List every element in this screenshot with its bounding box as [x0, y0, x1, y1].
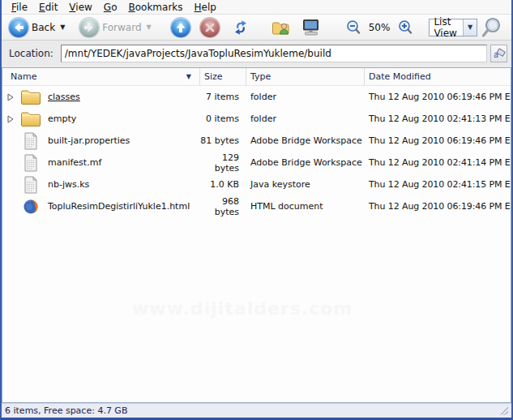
file-icon	[19, 199, 43, 215]
date-cell: Thu 12 Aug 2010 06:19:46 PM EEST	[365, 201, 511, 212]
column-name-label: Name	[11, 71, 36, 82]
zoom-out-button[interactable]	[343, 16, 364, 39]
file-list-view: Name ▼ Size Type Date Modified	[2, 67, 511, 403]
table-row[interactable]: classes 7 items folder Thu 12 Aug 2010 0…	[2, 86, 511, 108]
search-button[interactable]	[477, 16, 505, 39]
folder-icon	[20, 110, 41, 127]
table-row[interactable]: empty 0 items folder Thu 12 Aug 2010 02:…	[2, 108, 511, 130]
column-header-name[interactable]: Name ▼	[2, 68, 200, 85]
size-cell: 0 items	[200, 114, 246, 124]
column-header-size[interactable]: Size	[200, 68, 246, 85]
size-cell: 81 bytes	[200, 135, 246, 146]
reload-icon	[231, 18, 250, 37]
forward-dropdown-icon: ▼	[147, 24, 152, 31]
expander-icon[interactable]	[2, 93, 19, 101]
zoom-in-button[interactable]	[395, 16, 416, 39]
size-cell: 7 items	[200, 92, 246, 102]
file-name: built-jar.properties	[48, 135, 130, 146]
clear-location-icon: a	[493, 47, 506, 60]
name-cell: manifest.mf	[2, 152, 200, 174]
forward-label: Forward	[102, 22, 141, 33]
zoom-out-icon	[345, 19, 361, 36]
type-cell: Adobe Bridge Workspace File	[246, 157, 365, 168]
file-icon	[19, 176, 43, 194]
menu-go[interactable]: Go	[98, 1, 123, 14]
column-header-date[interactable]: Date Modified	[365, 68, 511, 85]
status-bar: 6 items, Free space: 4.7 GB	[2, 403, 511, 418]
column-size-label: Size	[204, 71, 223, 82]
file-manager-window: File Edit View Go Bookmarks Help Back ▼ …	[0, 0, 513, 420]
name-cell: classes	[2, 86, 200, 108]
date-cell: Thu 12 Aug 2010 02:41:14 PM EEST	[365, 157, 511, 168]
column-type-label: Type	[250, 71, 271, 82]
back-dropdown-icon[interactable]: ▼	[60, 24, 65, 31]
date-cell: Thu 12 Aug 2010 02:41:15 PM EEST	[365, 179, 511, 190]
main-toolbar: Back ▼ Forward ▼	[2, 15, 511, 41]
file-icon	[19, 88, 43, 105]
type-cell: Adobe Bridge Workspace File	[246, 135, 365, 146]
stop-button[interactable]	[198, 16, 222, 39]
clear-location-button[interactable]: a	[490, 45, 507, 62]
expand-triangle-icon	[6, 115, 15, 123]
size-cell: 129 bytes	[200, 152, 246, 174]
view-mode-select[interactable]: List View ▼	[429, 19, 477, 36]
type-cell: folder	[246, 114, 365, 124]
up-button[interactable]	[169, 16, 193, 39]
computer-icon	[301, 19, 321, 36]
zoom-in-icon	[397, 19, 413, 36]
location-bar: Location: a	[2, 41, 511, 66]
search-icon	[480, 16, 502, 39]
date-cell: Thu 12 Aug 2010 02:41:13 PM EEST	[365, 114, 511, 124]
menu-edit[interactable]: Edit	[33, 1, 63, 14]
name-cell: built-jar.properties	[2, 130, 200, 152]
type-cell: folder	[246, 92, 365, 102]
file-icon	[19, 154, 43, 172]
folder-icon	[20, 88, 41, 105]
table-row[interactable]: nb-jws.ks 1.0 KB Java keystore Thu 12 Au…	[2, 174, 511, 195]
menu-file[interactable]: File	[6, 1, 33, 14]
file-icon	[19, 132, 43, 150]
column-headers: Name ▼ Size Type Date Modified	[2, 68, 511, 86]
menu-bookmarks[interactable]: Bookmarks	[122, 1, 188, 14]
table-row[interactable]: manifest.mf 129 bytes Adobe Bridge Works…	[2, 152, 511, 174]
date-cell: Thu 12 Aug 2010 06:19:46 PM EEST	[365, 135, 511, 146]
menu-help[interactable]: Help	[189, 1, 222, 14]
text-file-icon	[24, 154, 38, 172]
watermark: www.dijitalders.com	[132, 298, 353, 319]
menu-view[interactable]: View	[63, 1, 97, 14]
up-icon	[171, 18, 190, 37]
back-icon	[9, 18, 28, 37]
name-cell: empty	[2, 108, 200, 130]
reload-button[interactable]	[229, 16, 253, 39]
date-cell: Thu 12 Aug 2010 06:19:46 PM EEST	[365, 92, 511, 102]
firefox-icon	[23, 199, 39, 215]
zoom-level: 50%	[369, 22, 391, 33]
expand-triangle-icon	[6, 93, 15, 101]
file-name: nb-jws.ks	[48, 179, 89, 190]
column-date-label: Date Modified	[369, 71, 431, 82]
text-file-icon	[24, 132, 38, 150]
folder-user-icon	[271, 19, 290, 36]
file-name: manifest.mf	[48, 157, 101, 168]
file-rows: classes 7 items folder Thu 12 Aug 2010 0…	[2, 86, 511, 217]
table-row[interactable]: built-jar.properties 81 bytes Adobe Brid…	[2, 130, 511, 152]
text-file-icon	[24, 176, 38, 194]
file-name: TopluResimDegistirliYukle1.html	[48, 201, 190, 212]
menu-bar: File Edit View Go Bookmarks Help	[2, 0, 511, 15]
location-input[interactable]	[61, 45, 487, 62]
forward-button[interactable]: Forward ▼	[77, 16, 153, 39]
size-cell: 1.0 KB	[200, 179, 246, 190]
sort-descending-icon: ▼	[186, 73, 191, 80]
stop-icon	[200, 18, 220, 37]
home-folder-button[interactable]	[269, 16, 293, 39]
computer-button[interactable]	[299, 16, 323, 39]
file-name: empty	[48, 114, 76, 124]
column-header-type[interactable]: Type	[246, 68, 365, 85]
back-button[interactable]: Back ▼	[6, 16, 67, 39]
expander-icon[interactable]	[2, 115, 19, 123]
resize-grip-icon[interactable]	[500, 407, 508, 415]
forward-icon	[79, 18, 99, 37]
combo-dropdown-icon[interactable]: ▼	[463, 19, 477, 36]
type-cell: Java keystore	[246, 179, 365, 190]
table-row[interactable]: TopluResimDegistirliYukle1.html 968 byte…	[2, 195, 511, 217]
